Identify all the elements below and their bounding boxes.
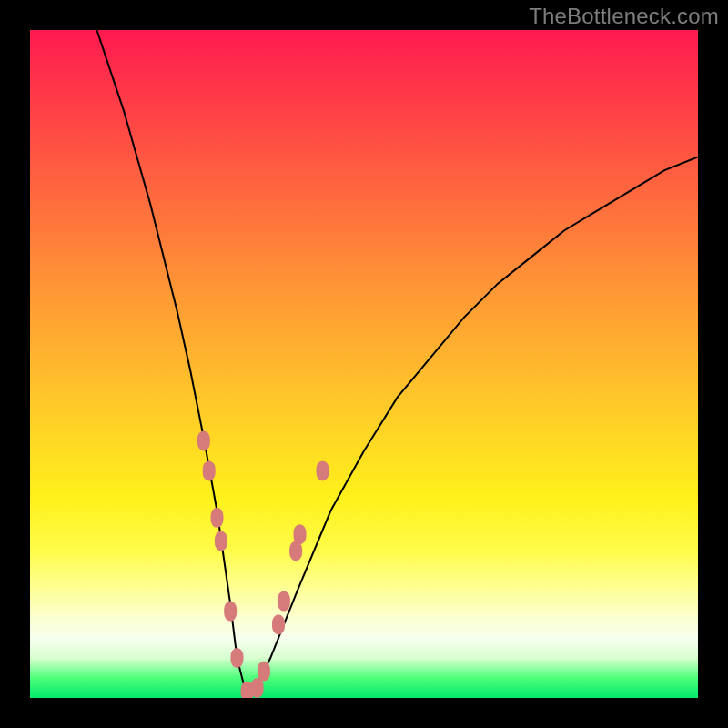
data-point — [231, 648, 244, 668]
data-point — [272, 614, 285, 634]
data-point — [211, 508, 224, 528]
plot-area — [30, 30, 698, 698]
data-point — [224, 602, 237, 622]
data-point — [251, 678, 264, 698]
data-point — [294, 524, 307, 544]
data-point — [317, 460, 329, 480]
data-point — [258, 662, 270, 682]
data-point — [197, 430, 210, 450]
watermark-text: TheBottleneck.com — [529, 4, 719, 29]
data-point — [203, 460, 216, 480]
chart-frame: TheBottleneck.com — [0, 0, 728, 728]
data-point — [278, 592, 290, 612]
bottleneck-curve — [96, 30, 698, 692]
data-point — [215, 531, 228, 551]
chart-svg — [30, 30, 698, 698]
